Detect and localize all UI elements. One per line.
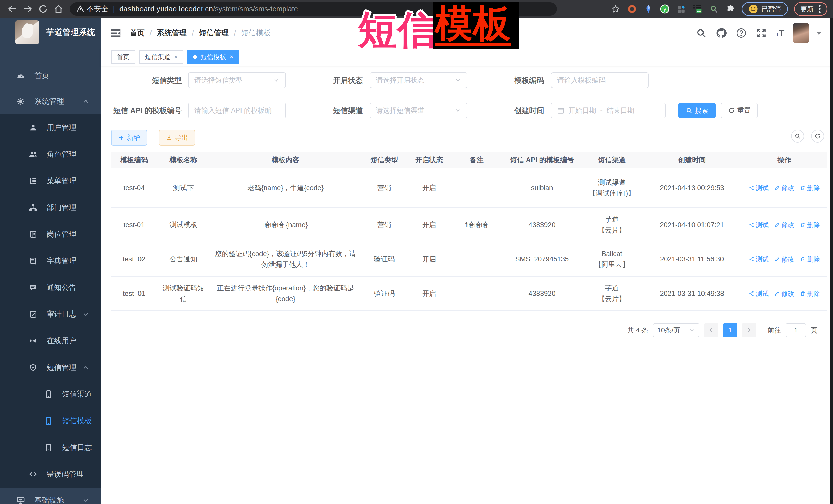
fullscreen-icon[interactable] xyxy=(756,27,767,39)
sidebar-item-error-code[interactable]: 错误码管理 xyxy=(0,461,100,487)
api-template-id-label: 短信 API 的模板编号 xyxy=(100,102,182,118)
extension-tasklist-on-icon[interactable]: on xyxy=(692,4,703,14)
breadcrumb-home[interactable]: 首页 xyxy=(130,28,145,38)
help-icon[interactable] xyxy=(736,27,747,39)
sidebar-item-system[interactable]: 系统管理 xyxy=(0,89,100,114)
browser-home-icon[interactable] xyxy=(52,2,65,16)
cell-channel: Ballcat【阿里云】 xyxy=(582,242,642,277)
sidebar-item-menu-mgmt[interactable]: 菜单管理 xyxy=(0,168,100,194)
next-page-button[interactable] xyxy=(742,323,756,337)
page-number-button[interactable]: 1 xyxy=(723,323,737,337)
extension-green-y-icon[interactable]: y xyxy=(660,4,670,14)
test-link[interactable]: 测试 xyxy=(748,288,769,299)
sidebar-item-home[interactable]: 首页 xyxy=(0,63,100,89)
browser-extensions-area: y on 已暂停 更新 xyxy=(562,2,827,16)
prev-page-button[interactable] xyxy=(704,323,718,337)
sidebar-item-sms-channel[interactable]: 短信渠道 xyxy=(0,381,100,408)
address-bar[interactable]: 不安全 | dashboard.yudao.iocoder.cn/system/… xyxy=(70,2,557,16)
font-size-icon[interactable]: TT xyxy=(776,29,784,38)
sidebar-item-label: 首页 xyxy=(34,71,49,81)
date-range-separator: - xyxy=(600,106,602,115)
goto-page-input[interactable] xyxy=(786,323,806,337)
page-size-select[interactable]: 10条/页 xyxy=(653,323,699,337)
extensions-puzzle-icon[interactable] xyxy=(725,4,736,14)
chevron-up-icon xyxy=(82,98,89,105)
bookmark-star-icon[interactable] xyxy=(611,4,621,14)
sidebar-item-dict-mgmt[interactable]: 字典管理 xyxy=(0,248,100,274)
user-avatar[interactable] xyxy=(793,23,809,43)
add-button[interactable]: 新增 xyxy=(111,130,147,146)
app-logo-row[interactable]: 芋道管理系统 xyxy=(0,18,100,47)
template-code-input[interactable] xyxy=(557,76,643,85)
close-icon[interactable]: × xyxy=(174,53,178,61)
cell-remark xyxy=(451,242,502,277)
github-icon[interactable] xyxy=(716,27,727,39)
refresh-table-button[interactable] xyxy=(811,130,824,143)
cell-name: 公告通知 xyxy=(157,242,210,277)
col-header-channel: 短信渠道 xyxy=(582,152,642,168)
user-menu-caret-icon[interactable] xyxy=(816,31,822,35)
sidebar-item-online-users[interactable]: 在线用户 xyxy=(0,328,100,354)
extension-blue-pin-icon[interactable] xyxy=(643,4,653,14)
main-panel: 首页 / 系统管理 / 短信管理 / 短信模板 xyxy=(100,18,833,504)
table-row: test-04 测试下 老鸡{name}，牛逼{code} 营销 开启 suib… xyxy=(111,168,827,208)
edit-link[interactable]: 修改 xyxy=(774,288,794,299)
breadcrumb-system[interactable]: 系统管理 xyxy=(157,28,187,38)
sidebar-item-dept-mgmt[interactable]: 部门管理 xyxy=(0,194,100,221)
col-header-status: 开启状态 xyxy=(407,152,451,168)
sidebar-item-sms-template[interactable]: 短信模板 xyxy=(0,408,100,434)
sidebar-item-role-mgmt[interactable]: 角色管理 xyxy=(0,141,100,168)
cell-content: 老鸡{name}，牛逼{code} xyxy=(210,168,361,208)
not-secure-warning[interactable]: 不安全 xyxy=(76,4,108,14)
sidebar-menu: 首页 系统管理 用户管理 xyxy=(0,47,100,504)
reset-button[interactable]: 重置 xyxy=(721,102,758,118)
search-button[interactable]: 搜索 xyxy=(679,102,716,118)
edit-link[interactable]: 修改 xyxy=(774,219,794,230)
chevron-down-icon xyxy=(455,77,461,83)
profile-paused-pill[interactable]: 已暂停 xyxy=(742,2,788,16)
browser-back-icon[interactable] xyxy=(6,2,19,16)
sidebar-item-post-mgmt[interactable]: 岗位管理 xyxy=(0,221,100,248)
delete-link[interactable]: 删除 xyxy=(800,288,820,299)
status-select[interactable]: 请选择开启状态 xyxy=(370,72,468,88)
create-time-range-picker[interactable]: 开始日期 - 结束日期 xyxy=(551,102,666,118)
close-icon[interactable]: × xyxy=(230,53,233,61)
sidebar-item-audit-log[interactable]: 审计日志 xyxy=(0,301,100,328)
test-link[interactable]: 测试 xyxy=(748,254,769,265)
delete-link[interactable]: 删除 xyxy=(800,219,820,230)
gear-icon xyxy=(17,97,25,106)
sidebar-collapse-icon[interactable] xyxy=(110,27,122,39)
browser-update-button[interactable]: 更新 xyxy=(794,2,827,16)
api-template-id-input[interactable] xyxy=(194,106,280,115)
user-icon xyxy=(29,123,38,132)
header-search-icon[interactable] xyxy=(696,27,707,39)
cell-name: 测试模板 xyxy=(157,208,210,242)
sidebar-item-user-mgmt[interactable]: 用户管理 xyxy=(0,114,100,141)
extension-orange-ring-icon[interactable] xyxy=(627,4,637,14)
extension-magnifier-icon[interactable] xyxy=(709,4,719,14)
sms-type-select[interactable]: 请选择短信类型 xyxy=(188,72,286,88)
tag-home[interactable]: 首页 xyxy=(111,50,135,64)
test-link[interactable]: 测试 xyxy=(748,219,769,230)
breadcrumb-sms[interactable]: 短信管理 xyxy=(199,28,229,38)
tag-sms-channel[interactable]: 短信渠道 × xyxy=(139,50,183,64)
delete-link[interactable]: 删除 xyxy=(800,183,820,193)
channel-select[interactable]: 请选择短信渠道 xyxy=(370,102,468,118)
delete-link[interactable]: 删除 xyxy=(800,254,820,265)
edit-link[interactable]: 修改 xyxy=(774,183,794,193)
extension-grid-icon[interactable] xyxy=(676,4,686,14)
show-search-toggle-button[interactable] xyxy=(791,130,804,143)
breadcrumb-separator: / xyxy=(192,29,194,38)
sidebar-item-sms-log[interactable]: 短信日志 xyxy=(0,434,100,461)
test-link[interactable]: 测试 xyxy=(748,183,769,193)
sidebar-item-infrastructure[interactable]: 基础设施 xyxy=(0,487,100,504)
sidebar-item-notice[interactable]: 通知公告 xyxy=(0,274,100,301)
add-button-label: 新增 xyxy=(127,133,140,142)
sidebar-item-sms-mgmt[interactable]: 短信管理 xyxy=(0,354,100,381)
browser-reload-icon[interactable] xyxy=(37,2,50,16)
edit-link[interactable]: 修改 xyxy=(774,254,794,265)
tag-sms-template[interactable]: 短信模板 × xyxy=(187,50,239,64)
export-button[interactable]: 导出 xyxy=(159,130,195,146)
browser-forward-icon[interactable] xyxy=(21,2,34,16)
cell-actions: 测试 修改 删除 xyxy=(742,242,827,277)
